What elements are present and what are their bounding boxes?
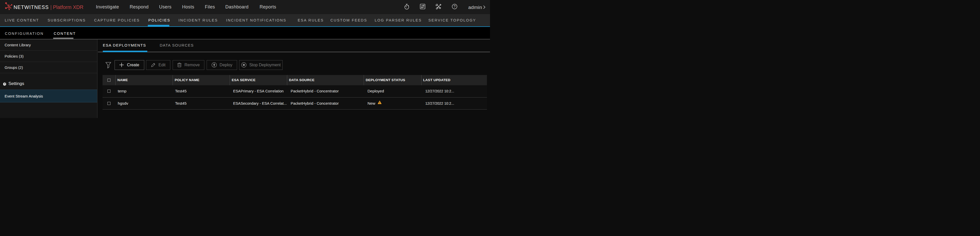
svg-text:?: ? <box>454 4 456 8</box>
